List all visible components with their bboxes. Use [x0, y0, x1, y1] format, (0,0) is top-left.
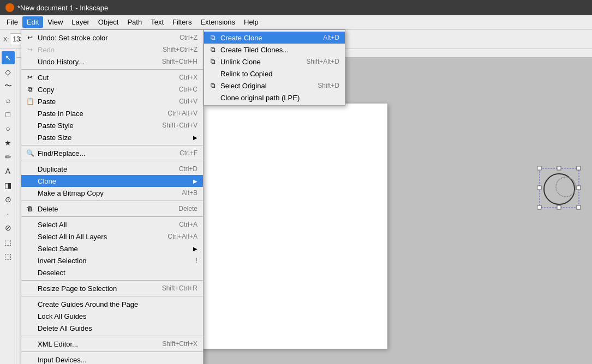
clone-menu-item-select-original[interactable]: ⧉Select OriginalShift+D	[204, 80, 345, 92]
shortcut-cut: Ctrl+X	[179, 74, 198, 81]
clone-menu-item-create-clone[interactable]: ⧉Create CloneAlt+D	[204, 32, 345, 44]
svg-rect-3	[577, 166, 581, 170]
menu-item-bitmap-copy[interactable]: Make a Bitmap CopyAlt+B	[21, 187, 203, 199]
tool-connector[interactable]: ⬚	[2, 250, 15, 263]
shortcut-redo: Shift+Ctrl+Z	[163, 46, 198, 53]
menu-item-deselect[interactable]: Deselect	[21, 266, 203, 278]
tool-erase[interactable]: ⊘	[2, 221, 15, 234]
menu-item-duplicate[interactable]: DuplicateCtrl+D	[21, 163, 203, 175]
tool-ellipse[interactable]: ○	[2, 122, 15, 135]
clone-icon-create-tiled: ⧉	[207, 44, 218, 55]
clone-label-create-tiled: Create Tiled Clones...	[220, 46, 289, 54]
menu-label-delete: Delete	[38, 205, 58, 213]
tool-gradient[interactable]: ◨	[2, 179, 15, 192]
menu-label-duplicate: Duplicate	[38, 165, 67, 173]
menu-item-paste-size[interactable]: Paste Size▶	[21, 131, 203, 143]
menubar-item-path[interactable]: Path	[123, 16, 146, 28]
clone-menu-item-clone-original-path[interactable]: Clone original path (LPE)	[204, 92, 345, 104]
menu-separator	[21, 145, 203, 145]
menu-label-paste-style: Paste Style	[38, 122, 74, 130]
menu-label-undo-history: Undo History...	[38, 58, 84, 66]
clone-menu-item-unlink-clone[interactable]: ⧉Unlink CloneShift+Alt+D	[204, 56, 345, 68]
menu-item-redo[interactable]: ↪RedoShift+Ctrl+Z	[21, 44, 203, 56]
title-bar: *New document 1 - Inkscape	[0, 0, 592, 15]
tool-tweak[interactable]: 〜	[2, 80, 15, 93]
tool-eyedropper[interactable]: ⊙	[2, 193, 15, 206]
menu-item-select-all-layers[interactable]: Select All in All LayersCtrl+Alt+A	[21, 230, 203, 242]
menubar: FileEditViewLayerObjectPathTextFiltersEx…	[0, 15, 592, 29]
menubar-item-text[interactable]: Text	[146, 16, 168, 28]
menu-item-select-all[interactable]: Select AllCtrl+A	[21, 219, 203, 230]
svg-point-10	[556, 177, 576, 197]
menu-item-input-devices[interactable]: Input Devices...	[21, 354, 203, 364]
tool-star[interactable]: ★	[2, 136, 15, 149]
shortcut-paste-in-place: Ctrl+Alt+V	[168, 110, 198, 117]
clone-label-relink-copied: Relink to Copied	[220, 70, 272, 78]
clone-menu-item-create-tiled[interactable]: ⧉Create Tiled Clones...	[204, 44, 345, 56]
tool-select[interactable]: ↖	[2, 51, 15, 64]
tool-bezier[interactable]: ✏	[2, 150, 15, 163]
menu-item-resize-page[interactable]: Resize Page to SelectionShift+Ctrl+R	[21, 282, 203, 294]
shortcut-paste-style: Shift+Ctrl+V	[162, 122, 198, 129]
menubar-item-object[interactable]: Object	[94, 16, 123, 28]
tool-measure[interactable]: ⬚	[2, 235, 15, 248]
menu-item-clone[interactable]: Clone▶	[21, 175, 203, 187]
tool-rect[interactable]: □	[2, 108, 15, 121]
menu-item-paste-in-place[interactable]: Paste In PlaceCtrl+Alt+V	[21, 107, 203, 119]
menu-item-invert-selection[interactable]: Invert Selection!	[21, 254, 203, 266]
menu-separator	[21, 336, 203, 336]
menu-item-delete[interactable]: 🗑DeleteDelete	[21, 203, 203, 215]
clone-menu-item-relink-copied[interactable]: Relink to Copied	[204, 68, 345, 80]
tool-spray[interactable]: ·	[2, 207, 15, 220]
clone-label-select-original: Select Original	[220, 82, 267, 90]
menu-icon-delete: 🗑	[25, 203, 35, 214]
submenu-arrow-select-same: ▶	[193, 246, 198, 252]
tool-zoom[interactable]: ⌕	[2, 94, 15, 107]
tool-text[interactable]: A	[2, 165, 15, 178]
menu-icon-undo: ↩	[25, 32, 35, 43]
menu-label-select-all-layers: Select All in All Layers	[38, 233, 107, 241]
clone-object	[552, 173, 579, 202]
menubar-item-view[interactable]: View	[43, 16, 67, 28]
menubar-item-extensions[interactable]: Extensions	[196, 16, 240, 28]
menu-item-find-replace[interactable]: 🔍Find/Replace...Ctrl+F	[21, 147, 203, 159]
menu-item-delete-guides[interactable]: Delete All Guides	[21, 322, 203, 334]
menu-label-resize-page: Resize Page to Selection	[38, 284, 117, 293]
svg-rect-4	[537, 186, 541, 190]
clone-submenu: ⧉Create CloneAlt+D⧉Create Tiled Clones..…	[204, 29, 345, 106]
menu-item-xml-editor[interactable]: XML Editor...Shift+Ctrl+X	[21, 338, 203, 350]
menu-item-undo-history[interactable]: Undo History...Shift+Ctrl+H	[21, 56, 203, 68]
menubar-item-file[interactable]: File	[2, 16, 22, 28]
menu-icon-redo: ↪	[25, 44, 35, 55]
menu-item-select-same[interactable]: Select Same▶	[21, 242, 203, 254]
menu-label-redo: Redo	[38, 46, 55, 54]
menu-label-cut: Cut	[38, 74, 49, 82]
menu-separator	[21, 201, 203, 201]
edit-menu: ↩Undo: Set stroke colorCtrl+Z↪RedoShift+…	[21, 29, 204, 364]
menu-separator	[21, 161, 203, 161]
menu-item-copy[interactable]: ⧉CopyCtrl+C	[21, 83, 203, 95]
menu-label-select-all: Select All	[38, 221, 67, 229]
shortcut-xml-editor: Shift+Ctrl+X	[162, 340, 198, 348]
clone-shortcut-unlink-clone: Shift+Alt+D	[306, 58, 339, 65]
menu-item-create-guides[interactable]: Create Guides Around the Page	[21, 298, 203, 310]
menubar-item-layer[interactable]: Layer	[67, 16, 94, 28]
menu-separator	[21, 216, 203, 217]
svg-rect-8	[577, 205, 581, 209]
svg-rect-1	[537, 166, 541, 170]
menu-icon-cut: ✂	[25, 72, 35, 83]
clone-icon-unlink-clone: ⧉	[207, 56, 218, 67]
menu-label-select-same: Select Same	[38, 245, 78, 253]
shortcut-find-replace: Ctrl+F	[180, 149, 198, 157]
menu-item-paste-style[interactable]: Paste StyleShift+Ctrl+V	[21, 119, 203, 131]
menu-item-cut[interactable]: ✂CutCtrl+X	[21, 71, 203, 83]
menu-item-undo[interactable]: ↩Undo: Set stroke colorCtrl+Z	[21, 32, 203, 44]
shortcut-duplicate: Ctrl+D	[179, 165, 198, 173]
menu-item-paste[interactable]: 📋PasteCtrl+V	[21, 95, 203, 107]
menubar-item-filters[interactable]: Filters	[168, 16, 196, 28]
menubar-item-help[interactable]: Help	[240, 16, 263, 28]
menubar-item-edit[interactable]: Edit	[22, 16, 43, 28]
menu-separator	[21, 280, 203, 281]
tool-node[interactable]: ◇	[2, 65, 15, 78]
menu-item-lock-guides[interactable]: Lock All Guides	[21, 310, 203, 322]
